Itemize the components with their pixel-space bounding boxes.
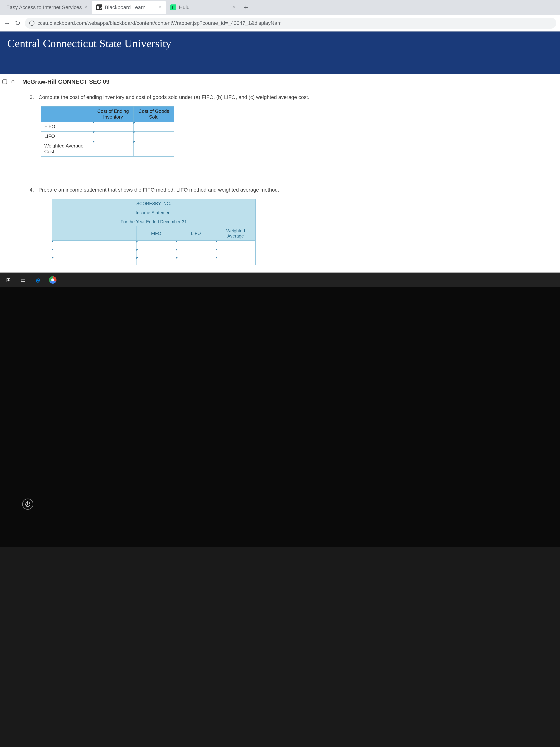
power-button-icon: ⏻: [22, 498, 33, 510]
start-button[interactable]: ⊞: [4, 275, 13, 285]
income-row1-fifo[interactable]: [136, 241, 176, 249]
close-icon[interactable]: ×: [159, 4, 161, 10]
question-3: 3. Compute the cost of ending inventory …: [22, 94, 560, 186]
university-header: Central Connecticut State University: [0, 31, 560, 55]
forward-icon[interactable]: →: [4, 19, 10, 27]
tab-blackboard[interactable]: Bb Blackboard Learn ×: [92, 1, 166, 14]
wavg-cogs-input[interactable]: [134, 141, 174, 157]
row-label-lifo: LIFO: [41, 132, 93, 141]
table-header-wavg: Weighted Average: [216, 226, 256, 241]
tab-title: Blackboard Learn: [105, 4, 145, 10]
table-title-company: SCORESBY INC.: [52, 199, 256, 208]
task-view-icon[interactable]: ▭: [19, 275, 28, 285]
question-4: 4. Prepare an income statement that show…: [22, 186, 560, 273]
income-row3-label[interactable]: [52, 257, 136, 265]
browser-tab-strip: Easy Access to Internet Services × Bb Bl…: [0, 0, 560, 15]
lifo-cogs-input[interactable]: [134, 132, 174, 141]
income-row2-wavg[interactable]: [216, 249, 256, 257]
table-header-cogs: Cost of Goods Sold: [134, 106, 174, 122]
income-row1-wavg[interactable]: [216, 241, 256, 249]
windows-taskbar: ⊞ ▭ e: [0, 273, 560, 287]
address-bar: → ↻ i ccsu.blackboard.com/webapps/blackb…: [0, 15, 560, 31]
monitor-icon[interactable]: ▢: [2, 78, 7, 85]
income-row2-fifo[interactable]: [136, 249, 176, 257]
laptop-bezel: ⏻: [0, 287, 560, 547]
income-row3-lifo[interactable]: [176, 257, 216, 265]
tab-hulu[interactable]: h Hulu ×: [166, 1, 240, 14]
row-label-wavg: Weighted Average Cost: [41, 141, 93, 157]
table-header-empty: [52, 226, 136, 241]
content-toolbar: ▢ ⌂: [0, 74, 22, 273]
question-3-text: 3. Compute the cost of ending inventory …: [30, 94, 553, 101]
fifo-ending-input[interactable]: [93, 122, 134, 132]
close-icon[interactable]: ×: [84, 4, 87, 10]
hulu-favicon: h: [170, 4, 176, 10]
edge-icon[interactable]: e: [33, 275, 43, 285]
cost-table: Cost of Ending Inventory Cost of Goods S…: [41, 106, 174, 157]
table-header-lifo: LIFO: [176, 226, 216, 241]
close-icon[interactable]: ×: [233, 4, 236, 10]
fifo-cogs-input[interactable]: [134, 122, 174, 132]
question-4-text: 4. Prepare an income statement that show…: [30, 186, 553, 194]
income-row2-lifo[interactable]: [176, 249, 216, 257]
table-header-fifo: FIFO: [136, 226, 176, 241]
url-text: ccsu.blackboard.com/webapps/blackboard/c…: [37, 20, 282, 26]
header-sub-bar: [0, 55, 560, 74]
university-title: Central Connecticut State University: [7, 37, 171, 49]
row-label-fifo: FIFO: [41, 122, 93, 132]
income-row3-fifo[interactable]: [136, 257, 176, 265]
income-row1-lifo[interactable]: [176, 241, 216, 249]
info-icon[interactable]: i: [29, 21, 34, 26]
reload-icon[interactable]: ↻: [15, 19, 20, 27]
table-title-statement: Income Statement: [52, 208, 256, 217]
lifo-ending-input[interactable]: [93, 132, 134, 141]
breadcrumb: McGraw-Hill CONNECT SEC 09: [22, 74, 560, 90]
blackboard-favicon: Bb: [96, 4, 102, 10]
tab-easy-access[interactable]: Easy Access to Internet Services ×: [2, 1, 92, 14]
home-icon[interactable]: ⌂: [11, 78, 15, 84]
chrome-icon[interactable]: [48, 275, 57, 285]
income-row2-label[interactable]: [52, 249, 136, 257]
url-input[interactable]: i ccsu.blackboard.com/webapps/blackboard…: [25, 18, 556, 29]
table-header-empty: [41, 106, 93, 122]
tab-title: Hulu: [179, 4, 190, 10]
income-row3-wavg[interactable]: [216, 257, 256, 265]
wavg-ending-input[interactable]: [93, 141, 134, 157]
table-header-ending-inventory: Cost of Ending Inventory: [93, 106, 134, 122]
income-statement-table: SCORESBY INC. Income Statement For the Y…: [52, 199, 256, 265]
new-tab-button[interactable]: +: [240, 3, 252, 12]
tab-title: Easy Access to Internet Services: [6, 4, 82, 10]
table-title-period: For the Year Ended December 31: [52, 217, 256, 226]
income-row1-label[interactable]: [52, 241, 136, 249]
